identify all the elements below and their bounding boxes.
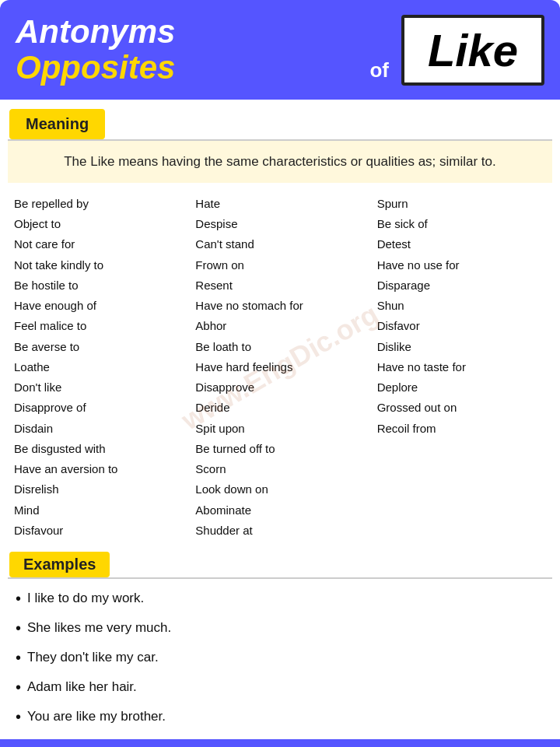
word-item: Deplore	[377, 377, 546, 398]
word-item: Detest	[377, 234, 546, 254]
examples-divider	[8, 577, 552, 579]
word-item: Frown on	[195, 255, 364, 275]
bullet-icon: •	[16, 702, 21, 731]
word-item: Despise	[195, 214, 364, 234]
word-item: Loathe	[14, 357, 183, 377]
word-item: Not take kindly to	[14, 255, 183, 275]
word-item: Resent	[195, 275, 364, 296]
word-item: Be turned off to	[195, 439, 364, 459]
word-item: Have an aversion to	[14, 459, 183, 479]
word-item: Disfavour	[14, 521, 183, 541]
words-col-3: SpurnBe sick ofDetestHave no use forDisp…	[371, 191, 552, 544]
example-item: •You are like my brother.	[16, 702, 552, 731]
word-item: Shudder at	[195, 521, 364, 541]
word-item: Have enough of	[14, 296, 183, 316]
header-opposites: Opposites	[16, 50, 362, 86]
word-item: Spurn	[377, 194, 546, 214]
examples-list: •I like to do my work.•She likes me very…	[16, 584, 552, 731]
meaning-text: The Like means having the same character…	[8, 141, 552, 183]
word-item: Can't stand	[195, 234, 364, 254]
word-item: Be averse to	[14, 337, 183, 357]
bullet-icon: •	[16, 613, 21, 643]
word-item: Disapprove of	[14, 398, 183, 418]
word-item: Hate	[195, 194, 364, 214]
example-item: •She likes me very much.	[16, 613, 552, 643]
word-item: Disapprove	[195, 377, 364, 398]
word-item: Abhor	[195, 316, 364, 336]
word-item: Disparage	[377, 275, 546, 296]
examples-section: Examples •I like to do my work.•She like…	[0, 544, 560, 731]
word-item: Dislike	[377, 337, 546, 357]
word-item: Be sick of	[377, 214, 546, 234]
header-antonyms: Antonyms	[16, 14, 362, 50]
header-of: of	[369, 58, 389, 86]
example-item: •They don't like my car.	[16, 643, 552, 672]
word-item: Be disgusted with	[14, 439, 183, 459]
word-item: Have no stomach for	[195, 296, 364, 316]
bullet-icon: •	[16, 643, 21, 672]
word-item: Have no use for	[377, 255, 546, 275]
bullet-icon: •	[16, 584, 21, 613]
examples-label-box: Examples	[9, 552, 110, 577]
examples-label: Examples	[23, 556, 96, 573]
word-item: Grossed out on	[377, 398, 546, 418]
footer: www.EngDic.org	[0, 739, 560, 747]
word-item: Mind	[14, 500, 183, 521]
word-item: Scorn	[195, 459, 364, 479]
word-item: Be loath to	[195, 337, 364, 357]
word-item: Shun	[377, 296, 546, 316]
meaning-label-box: Meaning	[9, 109, 105, 139]
header: Antonyms Opposites of Like	[0, 0, 560, 100]
word-item: Feel malice to	[14, 316, 183, 336]
word-item: Don't like	[14, 377, 183, 398]
word-item: Have hard feelings	[195, 357, 364, 377]
word-item: Disfavor	[377, 316, 546, 336]
example-item: •I like to do my work.	[16, 584, 552, 613]
word-item: Spit upon	[195, 419, 364, 439]
meaning-section: Meaning The Like means having the same c…	[0, 100, 560, 183]
word-item: Disrelish	[14, 479, 183, 500]
words-col-2: HateDespiseCan't standFrown onResentHave…	[189, 191, 370, 544]
words-col-1: Be repelled byObject toNot care forNot t…	[8, 191, 189, 544]
header-like: Like	[401, 15, 544, 86]
word-item: Be repelled by	[14, 194, 183, 214]
word-item: Disdain	[14, 419, 183, 439]
word-item: Have no taste for	[377, 357, 546, 377]
meaning-label: Meaning	[26, 115, 89, 132]
word-item: Look down on	[195, 479, 364, 500]
bullet-icon: •	[16, 672, 21, 702]
words-section: www.EngDic.org Be repelled byObject toNo…	[8, 191, 552, 544]
header-left: Antonyms Opposites	[16, 14, 362, 86]
word-item: Be hostile to	[14, 275, 183, 296]
example-item: •Adam like her hair.	[16, 672, 552, 702]
word-item: Not care for	[14, 234, 183, 254]
word-item: Recoil from	[377, 419, 546, 439]
word-item: Object to	[14, 214, 183, 234]
word-item: Abominate	[195, 500, 364, 521]
word-item: Deride	[195, 398, 364, 418]
